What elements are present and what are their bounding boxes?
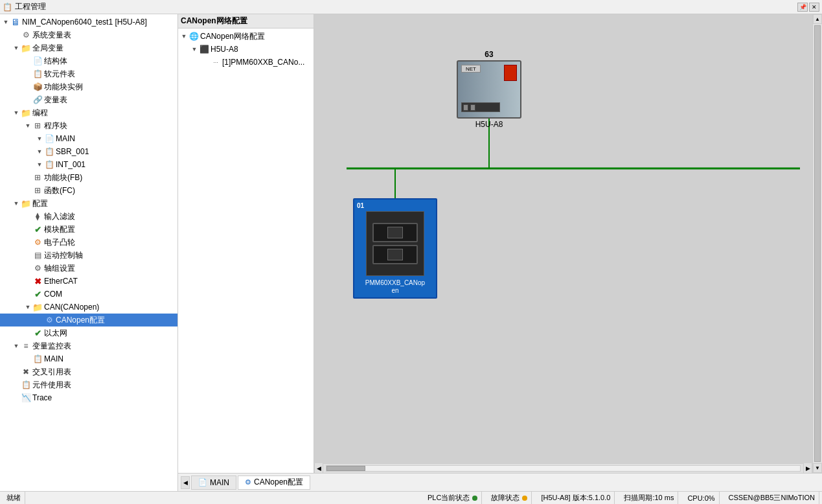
sidebar-item-cam[interactable]: ▶ ⚙ 电子凸轮 [0, 236, 177, 249]
canopen-master-label: H5U-A8 [211, 45, 238, 54]
pin-button[interactable]: 📌 [797, 3, 808, 12]
program-block-expand[interactable]: ▼ [23, 121, 32, 130]
status-cpu: CPU:0% [683, 492, 719, 504]
canopen-master-item[interactable]: ▼ ⬛ H5U-A8 [178, 43, 314, 56]
sidebar-item-com[interactable]: ▶ ✔ COM [0, 288, 177, 301]
sidebar-item-trace[interactable]: ▶ 📉 Trace [0, 391, 177, 404]
tab-scroll-left[interactable]: ◀ [181, 476, 190, 489]
status-fault-state: 故障状态 [487, 492, 532, 504]
fault-state-label: 故障状态 [491, 493, 519, 503]
canopen-config-label: CANopen配置 [56, 315, 105, 326]
title-bar: 📋 工程管理 📌 ✕ [0, 0, 822, 14]
sidebar-item-components[interactable]: ▶ 📋 软元件表 [0, 67, 177, 80]
sidebar-item-int001[interactable]: ▼ 📋 INT_001 [0, 158, 177, 171]
status-bar: 就绪 PLC当前状态 故障状态 [H5U-A8] 版本:5.1.0.0 扫描周期… [0, 491, 822, 504]
vertical-scrollbar[interactable]: ▲ ▼ [812, 14, 822, 473]
canopen-tab-label: CANopen配置 [254, 477, 303, 488]
sidebar-item-var-monitor[interactable]: ▼ ≡ 变量监控表 [0, 339, 177, 352]
sidebar-item-cross-ref[interactable]: ▶ ✖ 交叉引用表 [0, 365, 177, 378]
var-monitor-icon: ≡ [21, 341, 31, 351]
sidebar-item-global-vars[interactable]: ▼ 📁 全局变量 [0, 41, 177, 54]
tree-root[interactable]: ▼ 🖥 NIM_CANopen6040_test1 [H5U-A8] [0, 16, 177, 29]
slave-label: PMM60XXB_CANop en [365, 279, 425, 295]
sidebar-item-fc[interactable]: ▶ ⊞ 函数(FC) [0, 184, 177, 197]
gear-icon: ⚙ [21, 30, 31, 40]
programming-expand[interactable]: ▼ [12, 108, 21, 117]
canvas-area[interactable]: 63 NET [314, 14, 812, 463]
root-expand-icon[interactable]: ▼ [1, 17, 10, 27]
sidebar-item-struct[interactable]: ▶ 📄 结构体 [0, 54, 177, 67]
ethercat-label: EtherCAT [44, 277, 78, 286]
horizontal-scrollbar[interactable]: ◀ ▶ [314, 463, 812, 473]
sidebar-item-module-config[interactable]: ▶ ✔ 模块配置 [0, 223, 177, 236]
scan-time-label: 扫描周期:10 ms [624, 493, 674, 503]
sidebar-item-input-filter[interactable]: ▶ ⧫ 输入滤波 [0, 210, 177, 223]
sidebar-item-programming[interactable]: ▼ 📁 编程 [0, 106, 177, 119]
fc-label: 函数(FC) [44, 185, 75, 196]
struct-icon: 📄 [32, 56, 43, 66]
sidebar-item-sbr001[interactable]: ▼ 📋 SBR_001 [0, 145, 177, 158]
scroll-up-btn[interactable]: ▲ [813, 14, 822, 24]
fc-icon: ⊞ [32, 185, 43, 196]
sidebar-item-main-monitor[interactable]: ▶ 📋 MAIN [0, 352, 177, 365]
canopen-root-item[interactable]: ▼ 🌐 CANopen网络配置 [178, 30, 314, 43]
sidebar-item-fb[interactable]: ▶ ⊞ 功能块(FB) [0, 171, 177, 184]
sidebar-item-fb-instance[interactable]: ▶ 📦 功能块实例 [0, 80, 177, 93]
component-usage-label: 元件使用表 [32, 380, 71, 391]
config-expand[interactable]: ▼ [12, 199, 21, 208]
scroll-down-btn[interactable]: ▼ [813, 463, 822, 473]
canopen-slave-item[interactable]: ▶ ··· [1]PMM60XXB_CANo... [178, 56, 314, 69]
sidebar-item-canopen-config[interactable]: ▶ ⚙ CANopen配置 [0, 314, 177, 326]
components-icon: 📋 [32, 69, 43, 79]
global-vars-expand[interactable]: ▼ [12, 43, 21, 52]
var-monitor-expand[interactable]: ▼ [12, 341, 21, 350]
program-block-label: 程序块 [44, 120, 67, 132]
sidebar-item-component-usage[interactable]: ▶ 📋 元件使用表 [0, 378, 177, 391]
close-button[interactable]: ✕ [809, 3, 819, 12]
canopen-master-expand[interactable]: ▼ [190, 45, 199, 54]
sidebar-item-variables[interactable]: ▶ 🔗 变量表 [0, 93, 177, 106]
plc-state-dot [472, 496, 477, 501]
canopen-slave-icon: ··· [211, 57, 221, 67]
root-label: NIM_CANopen6040_test1 [H5U-A8] [22, 17, 147, 27]
device-info-label: [H5U-A8] 版本:5.1.0.0 [541, 493, 610, 503]
var-monitor-label: 变量监控表 [32, 341, 71, 352]
sidebar-item-sys-vars[interactable]: ▶ ⚙ 系统变量表 [0, 29, 177, 41]
scroll-track[interactable] [326, 465, 801, 472]
sidebar-item-program-block[interactable]: ▼ ⊞ 程序块 [0, 119, 177, 132]
main-label: MAIN [56, 134, 75, 143]
sidebar-item-can[interactable]: ▼ 📁 CAN(CANopen) [0, 301, 177, 314]
scroll-right-btn[interactable]: ▶ [803, 462, 812, 473]
main-expand[interactable]: ▼ [35, 134, 44, 143]
sidebar-item-ethernet[interactable]: ▶ ✔ 以太网 [0, 326, 177, 339]
int001-icon: 📋 [44, 159, 54, 170]
canopen-tree-header: CANopen网络配置 [178, 14, 314, 29]
tab-main[interactable]: 📄 MAIN [191, 475, 236, 490]
sbr001-expand[interactable]: ▼ [35, 147, 44, 156]
canopen-tab-icon: ⚙ [245, 478, 251, 487]
slave-node-number: 01 [357, 202, 364, 209]
sidebar-item-axis-group[interactable]: ▶ ⚙ 轴组设置 [0, 262, 177, 275]
int001-expand[interactable]: ▼ [35, 160, 44, 169]
sidebar-item-ethercat[interactable]: ▶ ✖ EtherCAT [0, 275, 177, 288]
can-expand[interactable]: ▼ [23, 303, 32, 312]
sidebar-item-config[interactable]: ▼ 📁 配置 [0, 197, 177, 210]
config-label: 配置 [32, 198, 48, 209]
cpu-label: CPU:0% [687, 494, 714, 502]
variables-label: 变量表 [44, 95, 67, 106]
cam-label: 电子凸轮 [44, 237, 75, 248]
com-label: COM [44, 290, 62, 299]
canopen-root-expand[interactable]: ▼ [179, 32, 188, 41]
sidebar-item-main[interactable]: ▼ 📄 MAIN [0, 132, 177, 145]
master-device-label: H5U-A8 [475, 120, 503, 129]
sys-vars-label: 系统变量表 [32, 30, 71, 41]
motion-label: 运动控制轴 [44, 250, 83, 261]
sidebar-item-motion[interactable]: ▶ ▤ 运动控制轴 [0, 249, 177, 262]
filter-icon: ⧫ [32, 211, 43, 222]
scroll-left-btn[interactable]: ◀ [314, 462, 323, 473]
programming-label: 编程 [32, 108, 48, 119]
status-plc-state: PLC当前状态 [424, 492, 482, 504]
main-tab-label: MAIN [210, 478, 229, 487]
tab-canopen[interactable]: ⚙ CANopen配置 [238, 475, 310, 490]
scroll-thumb[interactable] [814, 25, 821, 462]
